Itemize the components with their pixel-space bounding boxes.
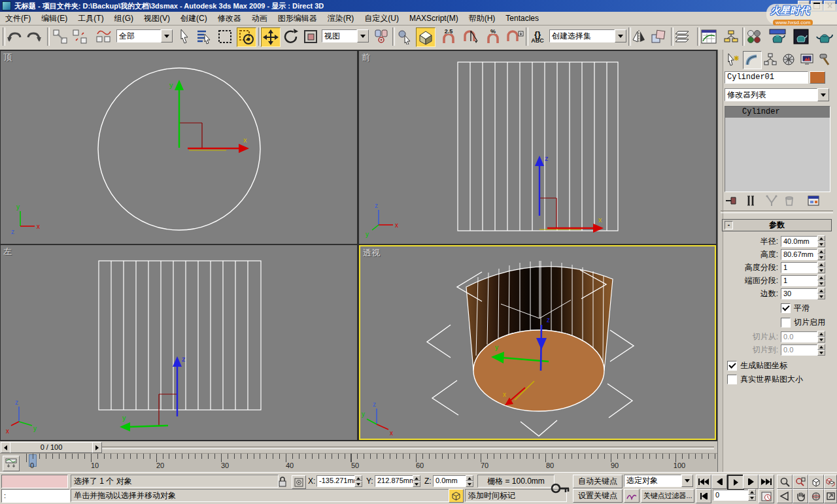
key-mode-toggle-icon[interactable] (696, 489, 711, 503)
isolate-grid-icon[interactable] (449, 489, 464, 503)
next-frame-icon[interactable] (743, 475, 759, 489)
maximize-viewport-toggle-icon[interactable] (824, 489, 837, 503)
zoom-all-icon[interactable] (793, 475, 808, 489)
key-filter-combo[interactable]: 选定对象 (624, 475, 693, 487)
z-spinner[interactable] (466, 475, 473, 487)
open-mini-curve-editor-icon[interactable] (3, 456, 20, 471)
tab-create[interactable] (725, 51, 742, 68)
set-key-button[interactable]: 设置关键点 (573, 489, 623, 503)
configure-modifier-sets-icon[interactable] (807, 195, 820, 207)
key-filter-arrow-icon[interactable] (681, 475, 693, 487)
percent-snap-toggle-icon[interactable]: % (484, 27, 502, 46)
quick-render-icon[interactable] (815, 27, 834, 46)
parameters-rollout-header[interactable]: - 参数 (722, 219, 832, 231)
select-and-move-icon[interactable] (261, 27, 281, 47)
slice-on-checkbox[interactable] (781, 318, 791, 328)
named-selection-value[interactable]: 创建选择集 (549, 29, 615, 42)
height-spinner[interactable] (817, 248, 825, 260)
render-last-icon[interactable] (792, 27, 810, 46)
undo-icon[interactable] (5, 27, 24, 46)
time-configuration-icon[interactable] (759, 489, 774, 503)
select-and-rotate-icon[interactable] (282, 27, 300, 46)
viewport-top[interactable]: 顶 y x y x z (1, 51, 357, 244)
schematic-view-icon[interactable] (722, 27, 740, 46)
auto-key-button[interactable]: 自动关键点 (573, 475, 623, 488)
play-icon[interactable] (727, 475, 744, 490)
named-selection-sets-icon[interactable]: {} ABC (528, 27, 547, 46)
move-gizmo[interactable]: y x (169, 80, 249, 153)
named-selection-combo[interactable]: 创建选择集 (549, 29, 626, 42)
menu-customize[interactable]: 自定义(U) (359, 12, 404, 25)
menu-modifiers[interactable]: 修改器 (213, 12, 247, 25)
viewport-top-label[interactable]: 顶 (3, 52, 12, 63)
radius-field[interactable]: 40.0mm (781, 236, 817, 247)
reference-coordinate-combo[interactable]: 视图 (322, 29, 369, 42)
bind-to-space-warp-icon[interactable] (94, 27, 112, 46)
menu-group[interactable]: 组(G) (109, 12, 139, 25)
menu-file[interactable]: 文件(F) (0, 12, 36, 25)
title-bar[interactable]: 无标题 - 项目文件夹: D:\Backup\我的文档\3dsmax - Aut… (0, 0, 837, 12)
time-slider-prev-icon[interactable] (1, 442, 10, 453)
y-coordinate-field[interactable]: 212.875mm (375, 475, 417, 487)
key-filter-value[interactable]: 选定对象 (624, 475, 681, 487)
sides-field[interactable]: 30 (781, 288, 817, 299)
zoom-region-icon[interactable] (777, 489, 793, 503)
curve-editor-icon[interactable] (700, 27, 718, 46)
stack-item-cylinder[interactable]: Cylinder (725, 107, 830, 118)
spinner-snap-toggle-icon[interactable] (506, 27, 524, 46)
cylinder-front-wireframe[interactable] (458, 62, 618, 231)
cap-segments-field[interactable]: 1 (781, 275, 817, 286)
smooth-checkbox[interactable] (781, 303, 791, 313)
height-field[interactable]: 80.67mm (781, 249, 817, 260)
align-icon[interactable] (649, 27, 668, 46)
height-segments-spinner[interactable] (817, 261, 825, 273)
zoom-extents-icon[interactable] (808, 475, 824, 489)
select-by-name-icon[interactable] (195, 27, 213, 46)
window-crossing-toggle-icon[interactable] (237, 27, 256, 47)
show-end-result-icon[interactable] (745, 195, 756, 207)
angle-snap-toggle-icon[interactable] (462, 27, 480, 46)
selection-lock-icon[interactable] (277, 476, 288, 487)
tab-utilities[interactable] (816, 51, 834, 68)
selection-filter-value[interactable]: 全部 (116, 29, 161, 42)
time-slider-track[interactable] (102, 446, 714, 449)
real-world-map-size-checkbox[interactable] (727, 375, 737, 384)
menu-rendering[interactable]: 渲染(R) (322, 12, 360, 25)
object-color-swatch[interactable] (810, 71, 825, 84)
previous-frame-icon[interactable] (711, 475, 727, 489)
unlink-selection-icon[interactable] (71, 27, 89, 46)
zoom-extents-all-icon[interactable] (824, 475, 837, 489)
named-selection-arrow-icon[interactable] (615, 29, 626, 42)
selection-filter-arrow-icon[interactable] (161, 29, 173, 42)
modifier-list-arrow-icon[interactable] (817, 88, 829, 101)
object-name-field[interactable]: Cylinder01 (725, 71, 808, 84)
cylinder-left-wireframe[interactable] (99, 261, 261, 410)
menu-graph-editors[interactable]: 图形编辑器 (273, 12, 322, 25)
go-to-start-icon[interactable] (696, 475, 711, 489)
arc-rotate-icon[interactable] (808, 489, 824, 503)
modifier-stack[interactable]: Cylinder (725, 106, 830, 192)
snap-25d-icon[interactable]: 2.5 (439, 27, 458, 46)
select-object-icon[interactable] (175, 27, 194, 46)
viewport-front-label[interactable]: 前 (362, 52, 370, 63)
maxscript-listener-pink[interactable] (1, 475, 68, 488)
select-and-manipulate-icon[interactable] (396, 27, 414, 46)
remove-modifier-icon[interactable] (783, 195, 795, 207)
radius-spinner[interactable] (817, 235, 825, 247)
modifier-list-combo[interactable]: 修改器列表 (725, 88, 829, 101)
menu-tools[interactable]: 工具(T) (73, 12, 109, 25)
menu-maxscript[interactable]: MAXScript(M) (404, 12, 464, 24)
time-slider-handle[interactable]: 0 / 100 (10, 442, 93, 453)
reference-coordinate-value[interactable]: 视图 (322, 29, 357, 42)
render-setup-icon[interactable] (768, 27, 787, 46)
select-and-link-icon[interactable] (51, 27, 69, 46)
time-slider-next-icon[interactable] (92, 442, 102, 453)
zoom-icon[interactable] (777, 475, 793, 489)
move-gizmo[interactable]: z y (120, 355, 186, 431)
mirror-icon[interactable] (630, 27, 648, 46)
track-bar[interactable]: 0 10 20 30 40 50 60 70 80 90 100 (0, 453, 717, 473)
reference-coordinate-arrow-icon[interactable] (357, 29, 369, 42)
redo-icon[interactable] (25, 27, 43, 46)
go-to-end-icon[interactable] (759, 475, 774, 489)
make-unique-icon[interactable] (765, 195, 778, 207)
